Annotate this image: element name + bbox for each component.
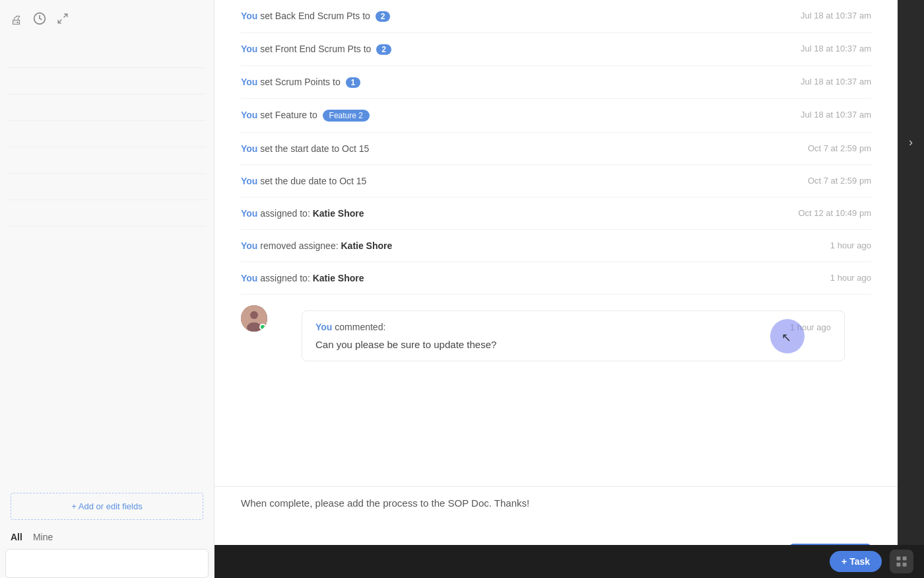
activity-text: You set the due date to Oct 15 (241, 176, 766, 186)
bottom-bar: + Task (214, 545, 924, 578)
field-row (8, 94, 206, 121)
field-row (8, 121, 206, 147)
filter-tab-mine[interactable]: Mine (33, 530, 53, 544)
field-row (8, 42, 206, 68)
add-edit-fields-button[interactable]: + Add or edit fields (11, 493, 203, 520)
svg-rect-19 (903, 557, 907, 561)
activity-time: Jul 18 at 10:37 am (779, 11, 871, 20)
badge-feature: Feature 2 (323, 110, 370, 122)
activity-item: You set the due date to Oct 15 Oct 7 at … (241, 165, 871, 198)
activity-text: You assigned to: Katie Shore (241, 208, 766, 219)
field-row (8, 174, 206, 200)
sidebar: 🖨 + Add or edit fields All Mine (0, 0, 214, 578)
activity-item: You assigned to: Katie Shore Oct 12 at 1… (241, 198, 871, 230)
actor-you: You (241, 11, 257, 21)
comment-container: You commented: 1 hour ago Can you please… (241, 303, 871, 375)
actor-you: You (241, 176, 257, 186)
activity-time: 1 hour ago (779, 273, 871, 283)
comment-body: Can you please be sure to update these? (315, 339, 831, 350)
activity-text: You assigned to: Katie Shore (241, 273, 766, 283)
actor-you: You (241, 240, 257, 251)
cursor-bubble: ↖ (770, 319, 805, 353)
print-icon[interactable]: 🖨 (11, 13, 22, 27)
history-icon[interactable] (33, 12, 46, 28)
compose-text[interactable]: When complete, please add the process to… (241, 497, 871, 530)
add-task-button[interactable]: + Task (830, 551, 882, 572)
activity-text: You set the start date to Oct 15 (241, 143, 766, 154)
comment-meta: You commented: (315, 322, 385, 332)
activity-time: Oct 12 at 10:49 pm (779, 208, 871, 218)
right-panel: › (898, 0, 924, 578)
filter-tabs: All Mine (0, 525, 214, 549)
activity-time: Jul 18 at 10:37 am (779, 44, 871, 54)
comment-actor: You (315, 322, 332, 332)
assignee-name: Katie Shore (313, 273, 364, 283)
badge-number: 2 (376, 44, 391, 55)
actor-you: You (241, 110, 257, 120)
field-row (8, 147, 206, 174)
sidebar-input[interactable] (5, 549, 209, 578)
activity-time: Oct 7 at 2:59 pm (779, 176, 871, 186)
svg-rect-20 (897, 563, 901, 567)
grid-icon-button[interactable] (890, 550, 913, 573)
svg-line-2 (58, 20, 61, 23)
main-content: You set Back End Scrum Pts to 2 Jul 18 a… (214, 0, 898, 578)
comment-block: You commented: 1 hour ago Can you please… (302, 310, 845, 361)
activity-text: You set Front End Scrum Pts to 2 (241, 44, 766, 55)
activity-list: You set Back End Scrum Pts to 2 Jul 18 a… (214, 0, 898, 486)
sidebar-fields (0, 36, 214, 488)
chevron-right-icon[interactable]: › (909, 135, 913, 149)
activity-text: You set Feature to Feature 2 (241, 110, 766, 122)
actor-you: You (241, 44, 257, 54)
activity-item: You set Back End Scrum Pts to 2 Jul 18 a… (241, 0, 871, 33)
svg-rect-18 (897, 557, 901, 561)
assignee-name: Katie Shore (313, 208, 364, 219)
activity-text: You set Scrum Points to 1 (241, 77, 766, 88)
actor-you: You (241, 273, 257, 283)
activity-time: Jul 18 at 10:37 am (779, 110, 871, 120)
cursor-arrow: ↖ (781, 330, 791, 345)
svg-rect-21 (903, 563, 907, 567)
field-row (8, 68, 206, 94)
svg-point-4 (250, 311, 258, 319)
activity-text: You removed assignee: Katie Shore (241, 240, 766, 251)
online-dot (259, 324, 266, 330)
expand-icon[interactable] (57, 13, 69, 28)
activity-item: You assigned to: Katie Shore 1 hour ago (241, 262, 871, 295)
actor-you: You (241, 143, 257, 154)
activity-time: 1 hour ago (779, 240, 871, 250)
activity-item: You set Scrum Points to 1 Jul 18 at 10:3… (241, 66, 871, 99)
activity-time: Jul 18 at 10:37 am (779, 77, 871, 87)
sidebar-toolbar: 🖨 (0, 7, 214, 36)
actor-you: You (241, 208, 257, 219)
activity-item: You set Front End Scrum Pts to 2 Jul 18 … (241, 33, 871, 66)
filter-tab-all[interactable]: All (11, 530, 22, 544)
badge-number: 2 (376, 11, 391, 22)
activity-item: You removed assignee: Katie Shore 1 hour… (241, 230, 871, 262)
actor-you: You (241, 77, 257, 87)
avatar (241, 305, 267, 332)
svg-line-1 (64, 14, 67, 17)
field-row (8, 200, 206, 227)
activity-text: You set Back End Scrum Pts to 2 (241, 11, 766, 22)
assignee-name: Katie Shore (341, 240, 392, 251)
activity-item: You set Feature to Feature 2 Jul 18 at 1… (241, 99, 871, 133)
activity-time: Oct 7 at 2:59 pm (779, 143, 871, 153)
badge-number: 1 (346, 77, 361, 88)
comment-header: You commented: 1 hour ago (315, 322, 831, 332)
activity-item: You set the start date to Oct 15 Oct 7 a… (241, 133, 871, 165)
